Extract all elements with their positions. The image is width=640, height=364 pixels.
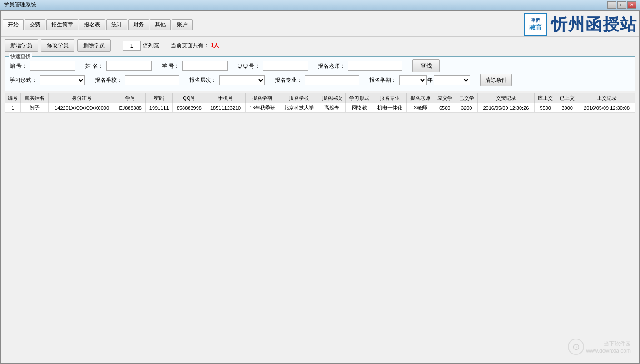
major-label: 报名专业： bbox=[275, 76, 302, 84]
col-id: 编号 bbox=[5, 93, 21, 103]
table-cell: X老师 bbox=[407, 103, 434, 113]
year-select[interactable] bbox=[399, 75, 427, 85]
school-input[interactable] bbox=[125, 75, 179, 85]
table-cell: 2016/05/09 12:30:26 bbox=[477, 103, 535, 113]
menu-item-stats[interactable]: 统计 bbox=[106, 19, 127, 30]
table-cell: 3000 bbox=[556, 103, 578, 113]
delete-student-button[interactable]: 删除学员 bbox=[77, 39, 111, 52]
study-form-label: 学习形式： bbox=[10, 76, 37, 84]
level-label: 报名层次： bbox=[189, 76, 217, 84]
watermark-circle: ⊙ 当下软件园 www.downxia.com bbox=[568, 339, 631, 355]
col-width-group: 倍列宽 bbox=[123, 41, 159, 51]
menu-item-start[interactable]: 开始 bbox=[3, 19, 24, 30]
add-student-button[interactable]: 新增学员 bbox=[5, 39, 38, 52]
menu-item-other[interactable]: 其他 bbox=[150, 19, 171, 30]
school-label: 报名学校： bbox=[95, 76, 122, 84]
menu-item-form[interactable]: 报名表 bbox=[79, 19, 105, 30]
search-panel: 快速查找 编 号： 姓 名： 学 号： Q Q 号： 报名老师： 查找 学习形式… bbox=[5, 56, 635, 91]
table-cell: 858883998 bbox=[173, 103, 206, 113]
term-label: 报名学期： bbox=[369, 76, 397, 84]
col-level: 报名层次 bbox=[318, 93, 346, 103]
logo-box: 津桥 教育 bbox=[524, 13, 547, 36]
study-form-select[interactable] bbox=[40, 75, 85, 85]
toolbar: 新增学员 修改学员 删除学员 倍列宽 当前页面共有： 1人 bbox=[1, 37, 639, 54]
table-cell: 5500 bbox=[535, 103, 556, 113]
col-name: 真实姓名 bbox=[21, 93, 49, 103]
col-submitted: 已上交 bbox=[556, 93, 578, 103]
table-cell: 142201XXXXXXXX0000 bbox=[48, 103, 115, 113]
page-info: 当前页面共有： 1人 bbox=[171, 42, 219, 49]
table-cell: 高起专 bbox=[318, 103, 346, 113]
year-group: 年 bbox=[399, 75, 470, 85]
search-row-1: 编 号： 姓 名： 学 号： Q Q 号： 报名老师： 查找 bbox=[10, 59, 630, 72]
table-cell: 北京科技大学 bbox=[279, 103, 318, 113]
col-term: 报名学期 bbox=[245, 93, 279, 103]
code-label: 编 号： bbox=[10, 62, 27, 70]
title-bar-text: 学员管理系统 bbox=[4, 1, 607, 9]
teacher-label: 报名老师： bbox=[318, 62, 345, 70]
menu-item-finance[interactable]: 财务 bbox=[128, 19, 149, 30]
level-select[interactable] bbox=[219, 75, 265, 85]
col-idcard: 身份证号 bbox=[48, 93, 115, 103]
table-cell: 机电一体化 bbox=[373, 103, 407, 113]
qq-label: Q Q 号： bbox=[238, 62, 260, 70]
logo-mid-text: 教育 bbox=[529, 24, 542, 32]
watermark-line1: 当下软件园 bbox=[586, 340, 631, 348]
table-cell: 3200 bbox=[456, 103, 477, 113]
search-panel-title: 快速查找 bbox=[9, 53, 32, 60]
student-id-input[interactable] bbox=[182, 61, 228, 71]
col-width-label: 倍列宽 bbox=[143, 42, 159, 49]
col-submitrecord: 上交记录 bbox=[578, 93, 635, 103]
main-window: 开始 交费 招生简章 报名表 统计 财务 其他 账户 津桥 教育 忻州函授站 新… bbox=[0, 10, 640, 364]
page-count: 1人 bbox=[211, 42, 219, 49]
edit-student-button[interactable]: 修改学员 bbox=[41, 39, 74, 52]
menu-item-account[interactable]: 账户 bbox=[172, 19, 193, 30]
name-input[interactable] bbox=[106, 61, 152, 71]
table-cell: 1991111 bbox=[146, 103, 173, 113]
col-paid: 已交学 bbox=[456, 93, 477, 103]
data-table: 编号 真实姓名 身份证号 学号 密码 QQ号 手机号 报名学期 报名学校 报名层… bbox=[5, 93, 635, 113]
table-cell: 6500 bbox=[434, 103, 456, 113]
col-shouldsubmit: 应上交 bbox=[535, 93, 556, 103]
search-row-2: 学习形式： 报名学校： 报名层次： 报名专业： 报名学期： 年 bbox=[10, 74, 630, 86]
qq-input[interactable] bbox=[263, 61, 308, 71]
table-cell: 16年秋季班 bbox=[245, 103, 279, 113]
teacher-input[interactable] bbox=[348, 61, 402, 71]
title-bar: 学员管理系统 ─ □ ✕ bbox=[0, 0, 640, 10]
table-cell: 2016/05/09 12:30:08 bbox=[578, 103, 635, 113]
maximize-button[interactable]: □ bbox=[617, 1, 626, 9]
clear-button[interactable]: 清除条件 bbox=[480, 74, 512, 86]
col-password: 密码 bbox=[146, 93, 173, 103]
watermark-line2: www.downxia.com bbox=[586, 348, 631, 354]
col-qq: QQ号 bbox=[173, 93, 206, 103]
col-major: 报名专业 bbox=[373, 93, 407, 103]
table-body: 1例子142201XXXXXXXX0000EJ88888819911118588… bbox=[5, 103, 635, 113]
code-input[interactable] bbox=[30, 61, 75, 71]
watermark: ⊙ 当下软件园 www.downxia.com bbox=[568, 339, 631, 355]
search-button[interactable]: 查找 bbox=[412, 59, 440, 72]
term-select[interactable] bbox=[434, 75, 470, 85]
logo-top-text: 津桥 bbox=[531, 17, 541, 24]
name-label: 姓 名： bbox=[85, 62, 103, 70]
brand-title: 忻州函授站 bbox=[551, 14, 637, 36]
page-info-text: 当前页面共有： bbox=[171, 42, 209, 49]
title-bar-buttons: ─ □ ✕ bbox=[607, 1, 636, 9]
table-cell: 1 bbox=[5, 103, 21, 113]
major-input[interactable] bbox=[305, 75, 359, 85]
close-button[interactable]: ✕ bbox=[627, 1, 636, 9]
table-cell: 例子 bbox=[21, 103, 49, 113]
col-studentid: 学号 bbox=[115, 93, 146, 103]
minimize-button[interactable]: ─ bbox=[607, 1, 616, 9]
table-header-row: 编号 真实姓名 身份证号 学号 密码 QQ号 手机号 报名学期 报名学校 报名层… bbox=[5, 93, 635, 103]
table-cell: 网络教 bbox=[346, 103, 373, 113]
col-teacher: 报名老师 bbox=[407, 93, 434, 103]
year-text: 年 bbox=[427, 76, 433, 84]
menu-item-brochure[interactable]: 招生简章 bbox=[46, 19, 78, 30]
menu-item-payment[interactable]: 交费 bbox=[25, 19, 45, 30]
table-cell: EJ888888 bbox=[115, 103, 146, 113]
table-cell: 18511123210 bbox=[206, 103, 245, 113]
col-payrecord: 交费记录 bbox=[477, 93, 535, 103]
col-width-input[interactable] bbox=[123, 41, 141, 51]
col-school: 报名学校 bbox=[279, 93, 318, 103]
table-row[interactable]: 1例子142201XXXXXXXX0000EJ88888819911118588… bbox=[5, 103, 635, 113]
